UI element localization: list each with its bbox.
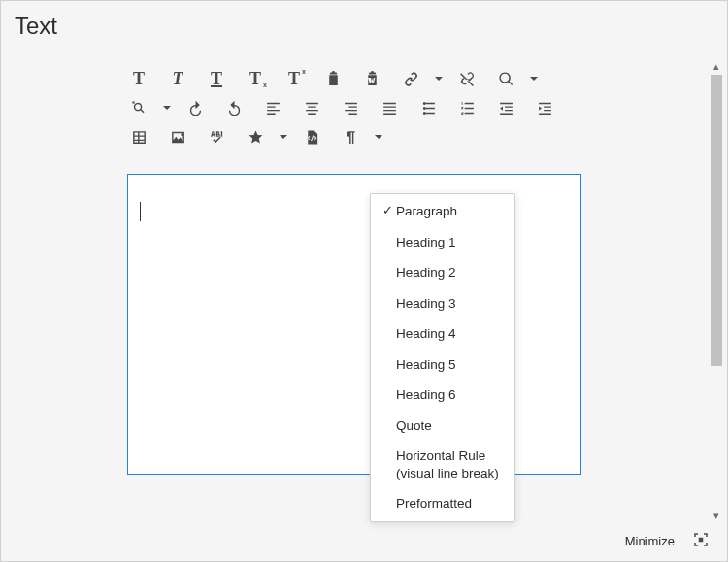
format-option-label: Heading 2 <box>396 264 505 281</box>
footer: Minimize <box>625 531 710 551</box>
subscript-button[interactable]: Tx <box>236 64 275 93</box>
svg-rect-0 <box>699 538 704 543</box>
format-option-label: Heading 3 <box>396 295 505 313</box>
bold-button[interactable]: T <box>119 64 158 93</box>
format-option-0[interactable]: ✓Paragraph <box>371 196 514 227</box>
format-option-3[interactable]: Heading 3 <box>371 288 514 319</box>
table-button[interactable] <box>119 122 158 151</box>
format-option-6[interactable]: Heading 6 <box>371 380 514 411</box>
unlink-button[interactable] <box>447 64 486 93</box>
italic-button[interactable]: T <box>158 64 197 93</box>
toolbar: TTTTxTx <box>119 64 574 151</box>
format-option-2[interactable]: Heading 2 <box>371 257 514 288</box>
special-char-button[interactable] <box>236 122 275 151</box>
underline-button[interactable]: T <box>197 64 236 93</box>
format-option-1[interactable]: Heading 1 <box>371 227 514 258</box>
justify-button[interactable] <box>370 93 409 122</box>
spellcheck-button[interactable] <box>197 122 236 151</box>
format-option-7[interactable]: Quote <box>371 411 514 442</box>
find-button[interactable] <box>486 64 525 93</box>
format-option-label: Preformatted <box>396 495 505 512</box>
fullscreen-icon[interactable] <box>692 531 710 551</box>
format-option-label: Paragraph <box>396 203 505 220</box>
format-option-label: Heading 1 <box>396 234 505 251</box>
paragraph-format-button[interactable] <box>331 122 370 151</box>
find-button-chevron[interactable] <box>525 74 543 83</box>
redo-button[interactable] <box>215 93 253 122</box>
align-left-button[interactable] <box>253 93 292 122</box>
link-button-chevron[interactable] <box>430 74 447 83</box>
format-option-label: Heading 4 <box>396 325 505 343</box>
format-option-label: Quote <box>396 417 505 435</box>
source-edit-button[interactable] <box>292 122 331 151</box>
format-option-4[interactable]: Heading 4 <box>371 318 514 349</box>
format-option-9[interactable]: Preformatted <box>371 488 514 519</box>
paste-word-button[interactable] <box>352 64 391 93</box>
format-option-label: Heading 5 <box>396 356 505 374</box>
align-center-button[interactable] <box>292 93 331 122</box>
scroll-up-arrow[interactable]: ▴ <box>710 59 723 73</box>
format-option-label: Horizontal Rule (visual line break) <box>396 447 505 481</box>
replace-button[interactable] <box>119 93 158 122</box>
paste-text-button[interactable] <box>314 64 352 93</box>
minimize-button[interactable]: Minimize <box>625 534 675 548</box>
panel-title: Text <box>1 1 727 50</box>
superscript-button[interactable]: Tx <box>275 64 314 93</box>
special-char-button-chevron[interactable] <box>275 132 292 142</box>
link-button[interactable] <box>391 64 430 93</box>
format-option-5[interactable]: Heading 5 <box>371 349 514 380</box>
indent-button[interactable] <box>525 93 564 122</box>
image-button[interactable] <box>158 122 197 151</box>
text-editor-panel: Text TTTTxTx ✓ParagraphHeading 1Heading … <box>0 0 728 562</box>
format-option-8[interactable]: Horizontal Rule (visual line break) <box>371 441 514 488</box>
text-cursor <box>140 202 141 221</box>
divider <box>9 50 719 50</box>
check-icon: ✓ <box>379 203 396 219</box>
bullet-list-button[interactable] <box>409 93 447 122</box>
format-option-label: Heading 6 <box>396 386 505 404</box>
paragraph-format-button-chevron[interactable] <box>370 132 387 142</box>
scroll-down-arrow[interactable]: ▾ <box>710 509 723 522</box>
paragraph-format-dropdown[interactable]: ✓ParagraphHeading 1Heading 2Heading 3Hea… <box>370 193 515 522</box>
replace-button-chevron[interactable] <box>158 103 176 113</box>
outdent-button[interactable] <box>486 93 525 122</box>
numbered-list-button[interactable] <box>447 93 486 122</box>
scroll-thumb[interactable] <box>711 75 722 366</box>
undo-button[interactable] <box>176 93 215 122</box>
scrollbar[interactable]: ▴ ▾ <box>710 59 723 522</box>
align-right-button[interactable] <box>331 93 370 122</box>
